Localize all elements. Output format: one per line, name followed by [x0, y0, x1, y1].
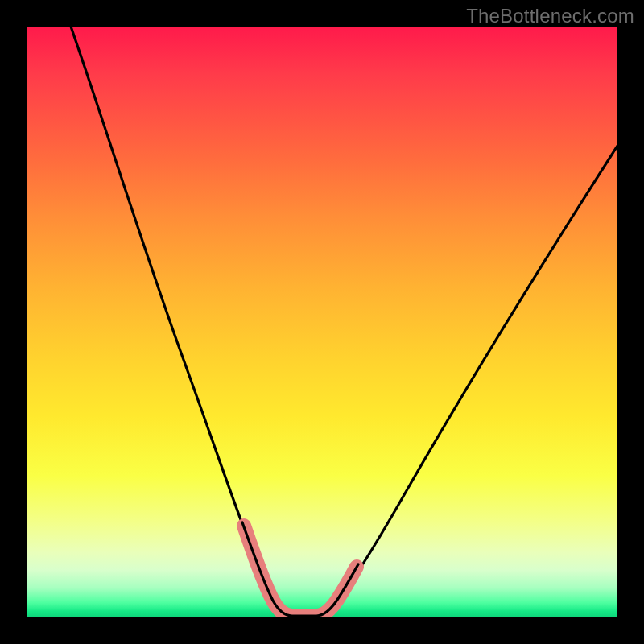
plot-area: [27, 27, 617, 617]
chart-stage: TheBottleneck.com: [0, 0, 644, 644]
trough-marker-left: [244, 526, 292, 616]
watermark-text: TheBottleneck.com: [466, 5, 634, 27]
bottleneck-curve: [71, 27, 617, 616]
trough-marker-right: [316, 567, 357, 616]
curve-layer: [27, 27, 617, 617]
